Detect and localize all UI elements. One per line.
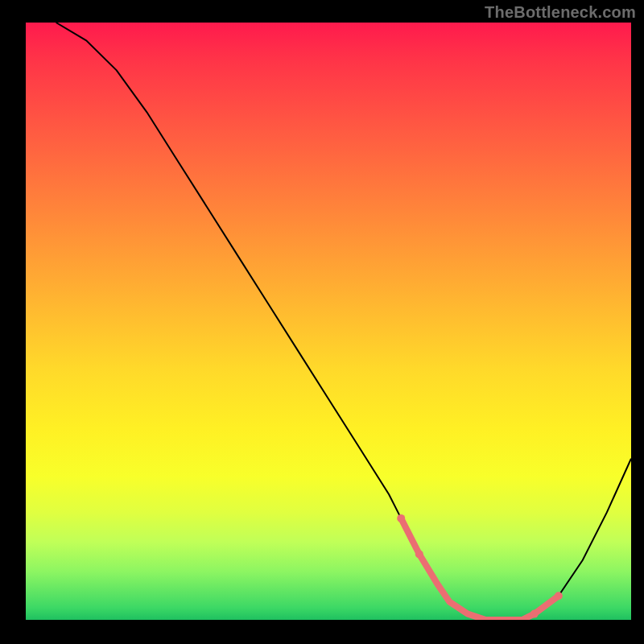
marker-dot: [555, 592, 563, 600]
marker-dot: [397, 514, 405, 522]
bottleneck-curve: [56, 23, 631, 620]
chart-frame: TheBottleneck.com: [0, 0, 644, 644]
attribution-text: TheBottleneck.com: [485, 3, 636, 22]
plot-area: [26, 23, 631, 620]
curve-layer: [26, 23, 631, 620]
optimal-range-band: [401, 518, 559, 620]
optimal-range-markers: [397, 514, 563, 618]
marker-dot: [530, 610, 539, 618]
marker-dot: [415, 550, 423, 558]
